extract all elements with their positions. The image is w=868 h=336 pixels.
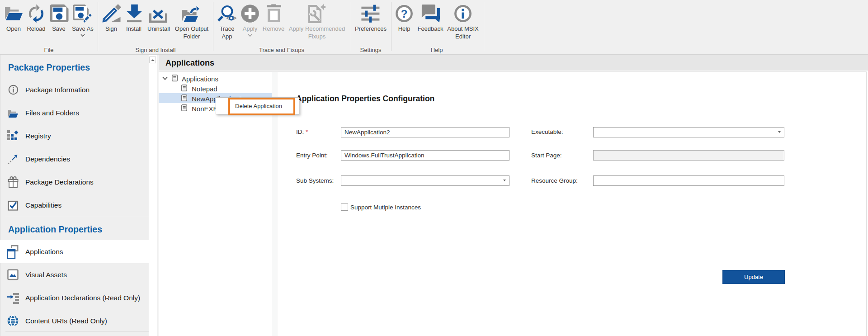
svg-text:?: ? [401,8,408,20]
